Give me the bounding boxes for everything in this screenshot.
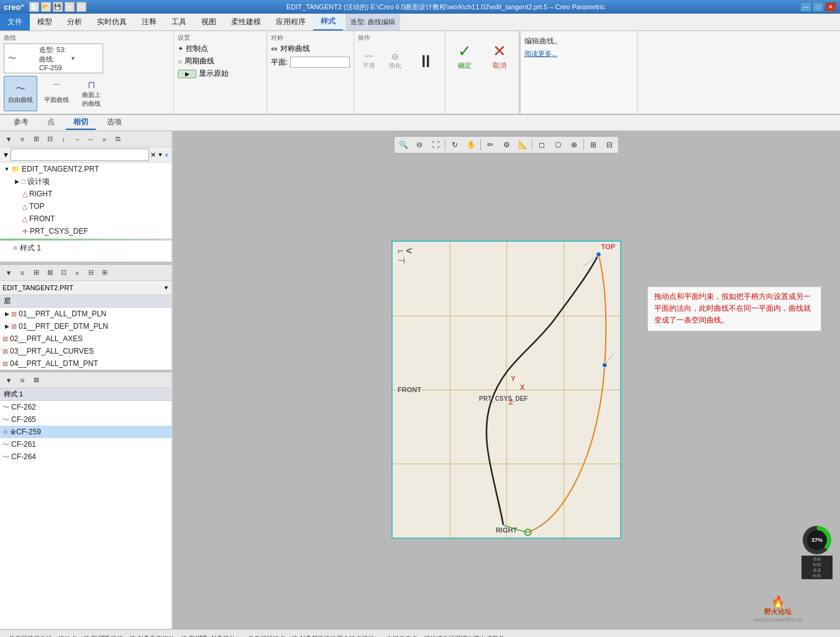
layer-expand-2[interactable]: ▶ [2,323,11,329]
vp-display2[interactable]: ⊟ [602,138,617,152]
layer-btn-more[interactable]: » [71,267,83,279]
vp-pan[interactable]: ✋ [463,138,478,152]
vp-settings[interactable]: ⚙ [499,138,514,152]
tab-options[interactable]: 选项 [99,116,129,130]
tree-item-top[interactable]: △ TOP [0,200,171,213]
menu-style[interactable]: 样式 [313,14,343,30]
tree-item-right[interactable]: △ RIGHT [0,188,171,200]
style-curve-cf262[interactable]: 〜 CF-262 [0,401,171,413]
menu-view[interactable]: 视图 [194,14,224,30]
free-curve-btn[interactable]: 〜 自由曲线 [4,76,37,111]
cancel-btn[interactable]: ✕ 取消 [484,39,515,73]
control-point-row[interactable]: ✦ 控制点 [178,44,263,54]
menu-analysis[interactable]: 分析 [60,14,89,30]
minimize-button[interactable]: — [800,2,811,12]
tree-item-csys[interactable]: ✛ PRT_CSYS_DEF [0,225,171,237]
symmetric-curve-row[interactable]: ⇔ 对称曲线 [271,44,350,54]
menu-apps[interactable]: 应用程序 [268,14,313,30]
menu-simulation[interactable]: 实时仿真 [89,14,134,30]
style-curve-cf259[interactable]: ※ ※CF-259 [0,426,171,438]
vp-orient[interactable]: ⊕ [567,138,582,152]
style-curve-cf261[interactable]: 〜 CF-261 [0,438,171,451]
tab-tangent[interactable]: 相切 [66,116,96,130]
menu-flexible[interactable]: 柔性建模 [224,14,268,30]
toolbar-icon-save[interactable]: 💾 [53,2,63,12]
panel-btn-list1[interactable]: ≡ [16,133,29,145]
panel-btn-more[interactable]: » [98,133,111,145]
viewport[interactable]: 🔍 ⊖ ⛶ ↻ ✋ ✏ ⚙ 📐 ◻ ⬡ ⊕ ⊞ ⊟ [173,131,840,629]
pause-btn[interactable]: ⏸ [410,44,441,78]
tab-point[interactable]: 点 [40,116,62,130]
smooth-btn[interactable]: 〰 平滑 [358,48,380,73]
menu-annotation[interactable]: 注释 [134,14,164,30]
style-curve-cf264[interactable]: 〜 CF-264 [0,451,171,463]
periodic-curve-row[interactable]: ○ 周期曲线 [178,56,263,66]
curve-selector[interactable]: 〜 造型: 53: 曲线: CF-259 ▼ [4,44,103,73]
tree-item-front[interactable]: △ FRONT [0,213,171,225]
menu-model[interactable]: 模型 [30,14,60,30]
panel-btn-expand[interactable]: ↔ [84,133,97,145]
vp-wireframe[interactable]: ⬡ [550,138,565,152]
tree-item-root[interactable]: ▼ 📁 EDIT_TANGENT2.PRT [0,163,171,175]
toolbar-icon-open[interactable]: 📂 [41,2,51,12]
ribbon-curve-label: 曲线 [4,34,170,42]
vp-fit[interactable]: ⛶ [428,138,443,152]
style-btn-1[interactable]: ▼ [2,374,15,387]
tree-item-style1[interactable]: ※ 样式 1 [0,242,171,254]
layer-btn-1[interactable]: ▼ [2,267,15,279]
style-btn-3[interactable]: ⊠ [30,374,42,387]
tree-expand-root[interactable]: ▼ [2,166,11,172]
layer-btn-4[interactable]: ⊠ [43,267,56,279]
search-dropdown-icon[interactable]: ▼ [157,152,163,158]
clear-search-icon[interactable]: ✕ [150,151,156,159]
layer-expand-1[interactable]: ▶ [2,311,11,317]
menu-tools[interactable]: 工具 [164,14,194,30]
layer-item-3[interactable]: ⊠ 02__PRT_ALL_AXES [0,332,171,345]
layer-item-2[interactable]: ▶ ⊠ 01__PRT_DEF_DTM_PLN [0,320,171,332]
vp-shading[interactable]: ◻ [534,138,549,152]
confirm-btn[interactable]: ✓ 确定 [449,39,480,73]
panel-btn-arrow[interactable]: → [71,133,83,145]
layer-btn-3[interactable]: ⊞ [30,267,42,279]
close-button[interactable]: ✕ [825,2,836,12]
vp-zoom-in[interactable]: 🔍 [396,138,411,152]
toolbar-icon-redo[interactable]: ↪ [76,2,86,12]
menu-file[interactable]: 文件 [0,14,30,30]
layer-item-4[interactable]: ⊠ 03__PRT_ALL_CURVES [0,345,171,357]
layer-btn-b[interactable]: ⊞ [98,267,111,279]
style-btn-2[interactable]: ⊎ [16,374,29,387]
panel-btn-list2[interactable]: ⊞ [30,133,42,145]
layer-btn-5[interactable]: ⊡ [57,267,70,279]
read-more-link[interactable]: 阅读更多... [524,49,633,58]
layer-btn-a[interactable]: ⊟ [84,267,97,279]
vp-rotate[interactable]: ↻ [447,138,462,152]
layer-item-5[interactable]: ⊠ 04__PRT_ALL_DTM_PNT [0,357,171,370]
toolbar-icon-new[interactable]: 📄 [29,2,39,12]
add-icon[interactable]: + [164,150,169,160]
panel-btn-sort[interactable]: ↕ [57,133,70,145]
layer-btn-2[interactable]: ≡ [16,267,29,279]
layer-item-1[interactable]: ▶ ⊠ 01__PRT_ALL_DTM_PLN [0,308,171,320]
vp-zoom-out[interactable]: ⊖ [412,138,427,152]
show-origin-btn[interactable]: ▶ [178,70,196,78]
layer-file-dropdown[interactable]: ▼ [163,285,169,291]
search-input[interactable] [11,149,150,161]
panel-btn-filter[interactable]: ▼ [2,133,15,145]
vp-sketch[interactable]: ✏ [483,138,498,152]
tab-reference[interactable]: 参考 [6,116,36,130]
planar-curve-btn[interactable]: ⌒ 平面曲线 [40,76,73,111]
tree-expand-design[interactable]: ▶ [12,178,21,185]
tree-item-design[interactable]: ▶ □ 设计项 [0,175,171,188]
plane-input[interactable] [290,57,350,68]
vp-display1[interactable]: ⊞ [586,138,601,152]
surface-curve-btn[interactable]: ⊓ 曲面上的曲线 [76,76,107,111]
simplify-btn[interactable]: ⊖ 简化 [384,48,406,73]
free-curve-label: 自由曲线 [8,96,33,104]
vp-measure[interactable]: 📐 [515,138,530,152]
show-origin-row[interactable]: ▶ 显示原始 [178,68,263,79]
toolbar-icon-undo[interactable]: ↩ [65,2,75,12]
panel-btn-anchor[interactable]: ⧉ [112,133,124,145]
maximize-button[interactable]: □ [813,2,824,12]
panel-btn-list3[interactable]: ⊟ [43,133,56,145]
style-curve-cf265[interactable]: 〜 CF-265 [0,413,171,426]
